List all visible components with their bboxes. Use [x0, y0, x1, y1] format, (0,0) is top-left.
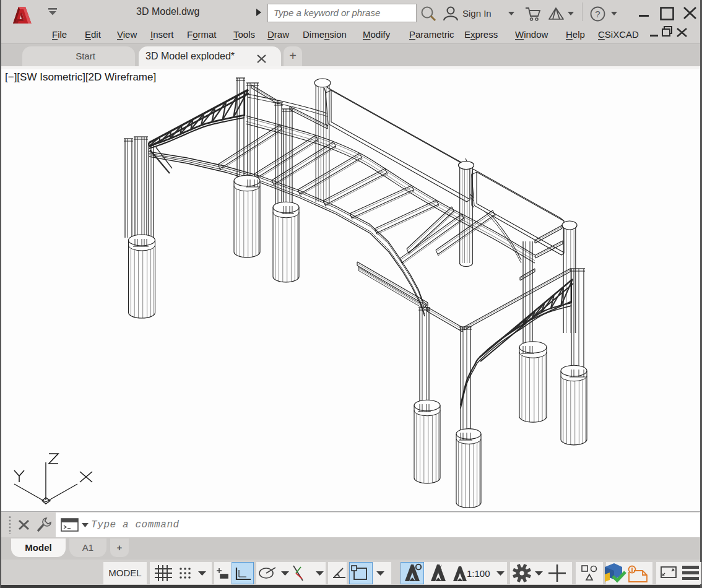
- svg-text:1:100: 1:100: [467, 568, 490, 579]
- svg-text:?: ?: [595, 9, 600, 19]
